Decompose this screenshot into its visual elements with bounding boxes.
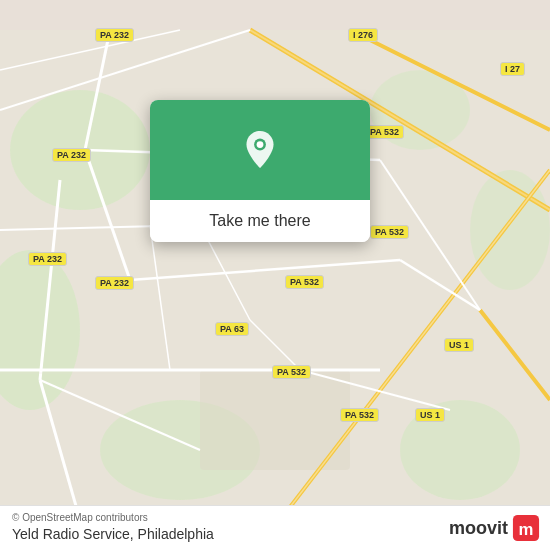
road-badge-pa63: PA 63 xyxy=(215,322,249,336)
moovit-text: moovit xyxy=(449,518,508,539)
moovit-icon: m xyxy=(512,514,540,542)
road-badge-i276: I 276 xyxy=(348,28,378,42)
bottom-bar: © OpenStreetMap contributors Yeld Radio … xyxy=(0,505,550,550)
road-badge-pa232-1: PA 232 xyxy=(95,28,134,42)
svg-text:m: m xyxy=(519,520,534,539)
road-badge-pa232-2: PA 232 xyxy=(52,148,91,162)
take-me-there-button[interactable]: Take me there xyxy=(150,200,370,242)
road-badge-pa232-3: PA 232 xyxy=(28,252,67,266)
road-badge-pa532-2: PA 532 xyxy=(370,225,409,239)
popup-green-header xyxy=(150,100,370,200)
moovit-logo: moovit m xyxy=(449,514,540,542)
road-badge-pa532-1: PA 532 xyxy=(365,125,404,139)
road-badge-pa532-5: PA 532 xyxy=(340,408,379,422)
road-badge-i27: I 27 xyxy=(500,62,525,76)
road-badge-us1-2: US 1 xyxy=(415,408,445,422)
svg-point-33 xyxy=(257,141,264,148)
road-badge-pa532-3: PA 532 xyxy=(285,275,324,289)
map-container: PA 232 PA 232 PA 232 PA 232 I 276 PA 532… xyxy=(0,0,550,550)
road-badge-us1-1: US 1 xyxy=(444,338,474,352)
svg-rect-7 xyxy=(200,370,350,470)
map-roads xyxy=(0,0,550,550)
road-badge-pa532-4: PA 532 xyxy=(272,365,311,379)
road-badge-pa232-4: PA 232 xyxy=(95,276,134,290)
location-pin-icon xyxy=(238,131,282,175)
location-popup: Take me there xyxy=(150,100,370,242)
